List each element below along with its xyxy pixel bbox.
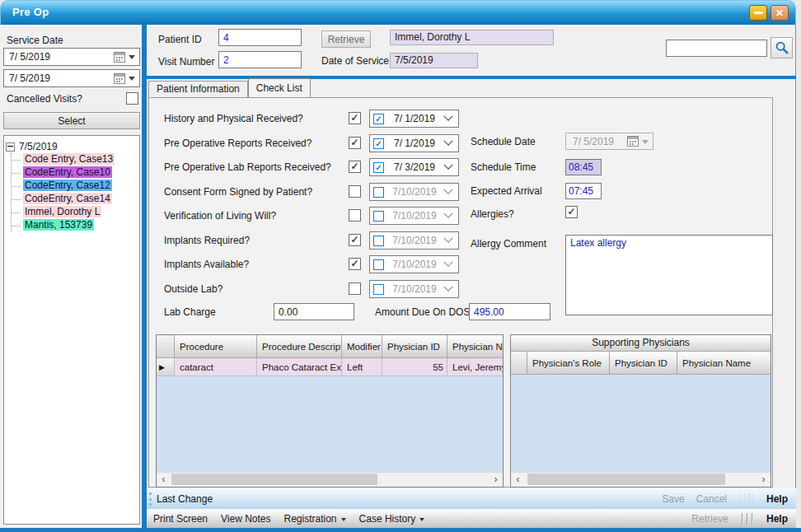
patient-id-input[interactable] (218, 29, 302, 46)
procedure-grid[interactable]: ProcedureProcedure DescriptionModifierPh… (156, 334, 504, 488)
table-cell[interactable]: Left (342, 358, 382, 376)
tree-item-label[interactable]: CodeEntry, Case14 (23, 193, 112, 204)
tree-item[interactable]: CodeEntry, Case12 (12, 180, 138, 193)
help-bottom-button[interactable]: Help (766, 513, 788, 525)
checklist-date-dropdown[interactable]: ✓7/ 1/2019 (369, 134, 459, 152)
checklist-checkbox[interactable] (349, 209, 361, 222)
case-history-menu[interactable]: Case History (353, 513, 432, 525)
date-checkbox[interactable] (373, 284, 384, 295)
tree-item-label[interactable]: Immel, Dorothy L (23, 206, 101, 217)
tree-item[interactable]: Code Entry, Case13 (12, 153, 138, 166)
checklist-checkbox[interactable]: ✓ (349, 112, 361, 124)
supporting-physicians-grid[interactable]: Supporting Physicians Physician's RolePh… (510, 334, 771, 488)
schedule-time-field[interactable]: 08:45 (565, 159, 602, 175)
scroll-right-icon[interactable]: › (756, 473, 771, 486)
tree-item[interactable]: CodeEntry, Case14 (12, 193, 138, 206)
table-cell[interactable]: Phaco Cataract Extraction W (257, 358, 342, 376)
tab-patient-information[interactable]: Patient Information (148, 81, 248, 97)
column-header[interactable]: Physician Name (447, 335, 504, 358)
help-button[interactable]: Help (766, 493, 788, 505)
lab-charge-input[interactable] (274, 303, 354, 320)
checklist-date-dropdown[interactable]: 7/10/2019 (369, 231, 459, 250)
checklist-checkbox[interactable] (349, 185, 361, 198)
chevron-down-icon[interactable] (129, 77, 135, 84)
checklist-date-dropdown[interactable]: 7/10/2019 (369, 207, 459, 225)
visit-number-input[interactable] (218, 51, 302, 68)
print-screen-button[interactable]: Print Screen (147, 513, 214, 525)
retrieve-button[interactable]: Retrieve (321, 30, 371, 48)
row-selector[interactable]: ▶ (157, 358, 175, 376)
toolbar-grip[interactable] (149, 492, 152, 506)
tree-root-label[interactable]: 7/5/2019 (19, 141, 58, 152)
allergy-comment-textarea[interactable]: Latex allergy (565, 235, 773, 315)
checklist-checkbox[interactable]: ✓ (349, 161, 361, 173)
scroll-right-icon[interactable]: › (489, 473, 503, 486)
select-button[interactable]: Select (3, 112, 140, 129)
tree-collapse-icon[interactable] (6, 142, 15, 152)
tree-item-label[interactable]: CodeEntry, Case10 (23, 166, 112, 178)
date-checkbox[interactable] (373, 259, 384, 270)
table-cell[interactable]: cataract (175, 358, 257, 376)
checklist-date-dropdown[interactable]: ✓7/ 3/2019 (369, 158, 459, 176)
table-row[interactable]: ▶cataractPhaco Cataract Extraction WLeft… (157, 358, 503, 376)
date-checkbox[interactable]: ✓ (373, 138, 384, 149)
checklist-date-dropdown[interactable]: 7/10/2019 (369, 183, 459, 201)
amount-due-input[interactable] (469, 303, 550, 320)
procedure-grid-scrollbar[interactable]: ‹ › (157, 472, 503, 487)
cancel-button[interactable]: Cancel (696, 493, 727, 505)
procedure-grid-header: ProcedureProcedure DescriptionModifierPh… (157, 335, 503, 358)
titlebar[interactable]: Pre Op ✕ (0, 0, 796, 25)
column-header[interactable]: Procedure Description (257, 335, 342, 358)
service-date-from-picker[interactable]: 7/ 5/2019 (3, 48, 140, 66)
scroll-left-icon[interactable]: ‹ (157, 473, 171, 486)
column-header[interactable]: Physician's Role (527, 352, 610, 375)
scroll-left-icon[interactable]: ‹ (511, 473, 525, 486)
checklist-checkbox[interactable] (349, 282, 361, 295)
minimize-button[interactable] (749, 5, 767, 21)
table-cell[interactable]: 55 (382, 358, 447, 376)
tree-item-label[interactable]: Code Entry, Case13 (23, 153, 115, 165)
tree-item[interactable]: CodeEntry, Case10 (12, 166, 138, 180)
checklist-date-dropdown[interactable]: 7/10/2019 (369, 280, 459, 298)
column-header[interactable]: Modifier (342, 335, 382, 358)
date-checkbox[interactable]: ✓ (373, 162, 384, 173)
service-date-to-value: 7/ 5/2019 (4, 72, 114, 84)
date-checkbox[interactable] (373, 187, 384, 198)
scrollbar-thumb[interactable] (527, 474, 725, 485)
column-header[interactable]: Physician Name (677, 352, 771, 375)
column-header[interactable]: Procedure (175, 335, 257, 358)
tree-item-label[interactable]: Mantis, 153739 (23, 219, 94, 231)
column-header[interactable]: Physician ID (382, 335, 447, 358)
retrieve-bottom-button[interactable]: Retrieve (691, 513, 728, 525)
tree-item-label[interactable]: CodeEntry, Case12 (23, 180, 112, 191)
checklist-date-dropdown[interactable]: ✓7/ 1/2019 (369, 110, 459, 128)
cancelled-visits-checkbox[interactable] (126, 92, 138, 105)
date-checkbox[interactable]: ✓ (373, 114, 384, 124)
date-checkbox[interactable] (373, 236, 384, 246)
chevron-down-icon[interactable] (129, 55, 135, 63)
tab-check-list[interactable]: Check List (248, 78, 311, 97)
save-button[interactable]: Save (662, 493, 684, 505)
tree-item[interactable]: Mantis, 153739 (12, 219, 138, 232)
date-checkbox[interactable] (373, 211, 384, 222)
visit-tree[interactable]: 7/5/2019 Code Entry, Case13CodeEntry, Ca… (3, 135, 140, 525)
allergies-checkbox[interactable]: ✓ (565, 206, 578, 218)
checklist-checkbox[interactable]: ✓ (349, 258, 361, 270)
service-date-to-picker[interactable]: 7/ 5/2019 (3, 69, 140, 87)
column-header[interactable]: Physician ID (610, 352, 677, 375)
close-button[interactable]: ✕ (771, 5, 789, 21)
checklist-item-label: Pre Operative Reports Received? (164, 138, 312, 149)
checklist-checkbox[interactable]: ✓ (349, 137, 361, 149)
table-cell[interactable]: Levi, Jeremy (447, 358, 504, 376)
checklist-checkbox[interactable]: ✓ (349, 234, 361, 246)
scrollbar-thumb[interactable] (171, 474, 377, 485)
checklist-date-dropdown[interactable]: 7/10/2019 (369, 255, 459, 273)
view-notes-button[interactable]: View Notes (214, 513, 277, 525)
registration-menu[interactable]: Registration (278, 513, 353, 525)
search-input[interactable] (666, 40, 767, 57)
search-button[interactable] (771, 37, 793, 58)
supporting-grid-scrollbar[interactable]: ‹ › (511, 472, 771, 487)
tree-root[interactable]: 7/5/2019 (6, 140, 138, 153)
expected-arrival-field[interactable]: 07:45 (565, 183, 602, 199)
tree-item[interactable]: Immel, Dorothy L (12, 206, 138, 219)
